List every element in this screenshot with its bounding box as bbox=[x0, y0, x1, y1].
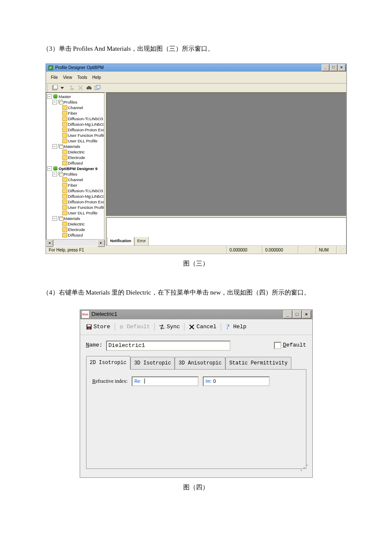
folder-icon bbox=[62, 177, 67, 182]
tree-electrode-2[interactable]: Electrode bbox=[68, 227, 85, 232]
toolbar-2: Store Default Sync Cancel ? Help bbox=[80, 319, 312, 335]
folder-icon bbox=[62, 211, 67, 215]
svg-rect-10 bbox=[97, 85, 100, 89]
menu-file[interactable]: File bbox=[49, 72, 61, 82]
re-input[interactable]: Re: bbox=[132, 376, 199, 386]
tab-error[interactable]: Error bbox=[134, 237, 149, 246]
tree-electrode[interactable]: Electrode bbox=[68, 155, 85, 160]
tree-udll-2[interactable]: User DLL Profile bbox=[68, 210, 98, 216]
tab-3d-anisotropic[interactable]: 3D Anisotropic bbox=[175, 357, 225, 370]
name-label: Name: bbox=[86, 340, 103, 351]
folder-icon bbox=[62, 183, 67, 188]
menu-view[interactable]: View bbox=[61, 72, 75, 82]
titlebar[interactable]: P Profile Designer OptiBPM _ □ × bbox=[46, 64, 346, 72]
tree-profiles-2[interactable]: Profiles bbox=[64, 171, 78, 177]
tree-diffused-2[interactable]: Diffused bbox=[68, 232, 83, 238]
cancel-icon bbox=[189, 324, 195, 330]
binoculars-icon[interactable] bbox=[86, 85, 92, 91]
maximize-button[interactable]: □ bbox=[293, 310, 302, 318]
folder-icon bbox=[62, 233, 67, 237]
refractive-index-label: Refractive index: bbox=[92, 376, 128, 386]
tree-diff-ti-2[interactable]: Diffusion-Ti:LiNbO3 bbox=[68, 188, 103, 194]
cancel-button[interactable]: Cancel bbox=[185, 321, 220, 333]
material-icon: Mat bbox=[81, 310, 89, 318]
menu-help[interactable]: Help bbox=[89, 72, 104, 82]
dielectric-window: Mat Dielectric1 _ □ × Store Default Sync bbox=[80, 309, 313, 478]
tree-hscrollbar[interactable]: ◂ ▸ bbox=[46, 240, 105, 246]
tree-dielectric[interactable]: Dielectric bbox=[68, 149, 85, 155]
status-num: NUM bbox=[316, 246, 337, 254]
collapse-icon[interactable]: − bbox=[52, 144, 57, 149]
save-icon bbox=[86, 324, 92, 330]
help-icon: ? bbox=[225, 324, 231, 330]
tree-udll[interactable]: User DLL Profile bbox=[68, 138, 98, 144]
tab-static-permittivity[interactable]: Static Permittivity bbox=[225, 357, 291, 370]
menu-tools[interactable]: Tools bbox=[75, 72, 89, 82]
maximize-button[interactable]: □ bbox=[330, 64, 337, 71]
tree-ufp-2[interactable]: User Function Profile bbox=[68, 205, 104, 210]
default-icon bbox=[119, 324, 125, 330]
svg-text:P: P bbox=[49, 66, 52, 70]
im-input[interactable]: Im: 0 bbox=[203, 376, 270, 386]
stack-icon bbox=[58, 144, 63, 149]
tree-channel[interactable]: Channel bbox=[68, 105, 83, 110]
close-button[interactable]: × bbox=[338, 64, 346, 71]
folder-icon bbox=[62, 222, 67, 226]
toolbar-icon-1[interactable] bbox=[52, 85, 58, 91]
tree-fiber[interactable]: Fiber bbox=[68, 110, 78, 116]
tree-diffused[interactable]: Diffused bbox=[68, 160, 83, 166]
tree-materials[interactable]: Materials bbox=[64, 144, 81, 149]
help-button[interactable]: ? Help bbox=[222, 321, 250, 333]
resize-grip-icon[interactable]: ⋰ bbox=[337, 246, 346, 254]
tree-diff-pe-2[interactable]: Diffusion-Proton Excha bbox=[68, 199, 104, 205]
tree-profiles[interactable]: Profiles bbox=[64, 99, 78, 105]
collapse-icon[interactable]: − bbox=[47, 94, 52, 99]
tree-fiber-2[interactable]: Fiber bbox=[68, 182, 78, 188]
toolbar-icon-6[interactable] bbox=[95, 85, 101, 91]
stack-icon bbox=[58, 172, 63, 176]
folder-icon bbox=[62, 111, 67, 116]
default-button: Default bbox=[116, 321, 154, 333]
collapse-icon[interactable]: − bbox=[52, 216, 57, 221]
toolbar-icon-3[interactable] bbox=[69, 85, 75, 91]
toolbar-dropdown-icon[interactable] bbox=[61, 85, 66, 91]
titlebar-2[interactable]: Mat Dielectric1 _ □ × bbox=[80, 310, 312, 319]
folder-icon bbox=[62, 199, 67, 204]
tree-diff-pe[interactable]: Diffusion-Proton Excha bbox=[68, 127, 104, 133]
toolbar-icon-4[interactable] bbox=[78, 85, 84, 91]
tab-notification[interactable]: Notification bbox=[107, 237, 135, 246]
status-value-1: 0.000000 bbox=[227, 246, 262, 254]
close-button[interactable]: × bbox=[302, 310, 311, 318]
collapse-icon[interactable]: − bbox=[52, 100, 57, 104]
tree-channel-2[interactable]: Channel bbox=[68, 177, 83, 182]
tree-diff-mg[interactable]: Diffusion-Mg:LiNbO3 bbox=[68, 121, 104, 127]
svg-text:?: ? bbox=[226, 324, 229, 330]
folder-icon bbox=[62, 205, 67, 210]
tree-pane[interactable]: −Master −Profiles Channel Fiber Diffusio… bbox=[46, 92, 104, 240]
folder-icon bbox=[62, 133, 67, 138]
tree-master[interactable]: Master bbox=[59, 94, 71, 99]
minimize-button[interactable]: _ bbox=[322, 64, 329, 71]
folder-icon bbox=[62, 150, 67, 154]
tree-dielectric-2[interactable]: Dielectric bbox=[68, 221, 85, 227]
folder-icon bbox=[62, 194, 67, 199]
folder-icon bbox=[62, 127, 67, 132]
tree-optibpm[interactable]: OptiBPM Designer 9 bbox=[59, 166, 98, 171]
tree-materials-2[interactable]: Materials bbox=[64, 216, 81, 221]
minimize-button[interactable]: _ bbox=[283, 310, 292, 318]
folder-icon bbox=[62, 227, 67, 232]
menubar: File View Tools Help bbox=[46, 72, 346, 84]
tab-2d-isotropic[interactable]: 2D Isotropic bbox=[86, 356, 130, 370]
tree-ufp[interactable]: User Function Profile bbox=[68, 133, 104, 138]
default-checkbox[interactable]: Default bbox=[274, 340, 306, 351]
collapse-icon[interactable]: − bbox=[52, 172, 57, 176]
store-button[interactable]: Store bbox=[83, 321, 114, 333]
svg-rect-3 bbox=[53, 85, 58, 89]
tree-diff-mg-2[interactable]: Diffusion-Mg:LiNbO3 bbox=[68, 194, 104, 199]
collapse-icon[interactable]: − bbox=[47, 166, 52, 171]
sync-button[interactable]: Sync bbox=[156, 321, 183, 333]
tab-3d-isotropic[interactable]: 3D Isotropic bbox=[130, 357, 175, 370]
name-input[interactable] bbox=[106, 341, 231, 351]
folder-icon bbox=[62, 116, 67, 121]
tree-diff-ti[interactable]: Diffusion-Ti:LiNbO3 bbox=[68, 116, 103, 121]
